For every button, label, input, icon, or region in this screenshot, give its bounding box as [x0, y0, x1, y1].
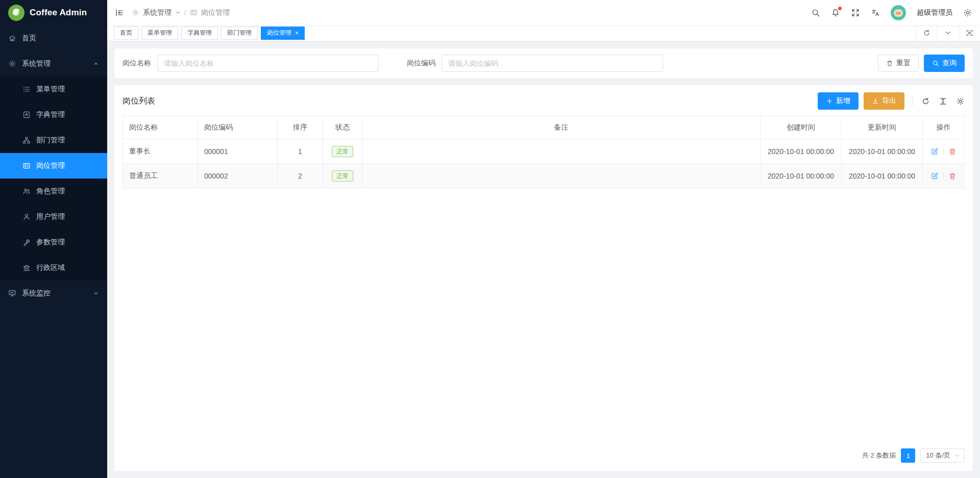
sidebar-item-label: 部门管理	[36, 136, 65, 145]
plus-icon	[826, 97, 833, 105]
sidebar-group-system[interactable]: 系统管理	[0, 51, 107, 77]
add-button[interactable]: 新增	[818, 92, 859, 110]
tab-label: 字典管理	[187, 29, 212, 37]
dictionary-icon	[22, 111, 31, 119]
sidebar-item-label: 首页	[22, 34, 36, 43]
post-code-form-item: 岗位编码	[407, 55, 663, 72]
delete-trash-icon[interactable]	[948, 147, 957, 156]
column-header-created: 创建时间	[761, 116, 842, 139]
page-size-value: 10 条/页	[926, 451, 950, 460]
refresh-icon[interactable]	[921, 97, 930, 106]
translate-icon[interactable]	[871, 8, 880, 17]
column-header-actions: 操作	[923, 116, 965, 139]
refresh-tab-button[interactable]	[916, 25, 937, 41]
post-name-input[interactable]	[157, 55, 379, 72]
page-size-select[interactable]: 10 条/页	[920, 448, 965, 463]
sidebar-item-label: 用户管理	[36, 212, 65, 221]
delete-trash-icon[interactable]	[948, 172, 957, 180]
breadcrumb-level1[interactable]: 系统管理	[143, 8, 172, 17]
export-button[interactable]: 导出	[864, 92, 904, 110]
collapse-sidebar-icon[interactable]	[115, 8, 124, 17]
tab-post-mgmt[interactable]: 岗位管理 ×	[261, 27, 305, 40]
sidebar-item-region[interactable]: 行政区域	[0, 255, 107, 281]
table-row: 普通员工 000002 2 正常 2020-10-01 00:00:00 202…	[123, 164, 965, 188]
column-header-remark: 备注	[362, 116, 761, 139]
post-code-label: 岗位编码	[407, 59, 435, 68]
user-icon	[22, 213, 31, 221]
sidebar-group-monitor[interactable]: 系统监控	[0, 281, 107, 306]
app-root: Coffee Admin 首页 系统管理 菜单管理 字典管理	[0, 0, 980, 478]
sidebar-item-param-mgmt[interactable]: 参数管理	[0, 230, 107, 255]
sidebar-item-dict-mgmt[interactable]: 字典管理	[0, 102, 107, 128]
pagination: 共 2 条数据 1 10 条/页	[122, 441, 965, 463]
column-header-sort: 排序	[278, 116, 323, 139]
cell-sort: 2	[278, 164, 323, 188]
chevron-up-icon	[93, 61, 99, 67]
sidebar-item-home[interactable]: 首页	[0, 26, 107, 51]
id-card-icon	[22, 162, 31, 170]
download-icon	[872, 97, 879, 105]
cell-status: 正常	[323, 139, 362, 164]
top-navbar: 系统管理 / 岗位管理 超级管理员	[107, 0, 980, 25]
chevron-down-icon	[954, 453, 960, 459]
tab-dict-mgmt[interactable]: 字典管理	[181, 27, 218, 40]
column-header-status: 状态	[323, 116, 362, 139]
main-area: 系统管理 / 岗位管理 超级管理员 首页 菜单	[107, 0, 980, 478]
chevron-down-icon	[93, 290, 99, 296]
tab-label: 首页	[120, 29, 132, 37]
card-title: 岗位列表	[122, 96, 155, 107]
query-button[interactable]: 查询	[924, 55, 965, 72]
edit-icon[interactable]	[930, 147, 939, 156]
tab-menu-mgmt[interactable]: 菜单管理	[141, 27, 178, 40]
app-logo-icon	[8, 5, 24, 21]
post-code-input[interactable]	[442, 55, 663, 72]
tab-home[interactable]: 首页	[114, 27, 138, 40]
cell-post-code: 000002	[198, 164, 278, 188]
status-badge: 正常	[332, 146, 353, 157]
query-button-label: 查询	[942, 59, 957, 68]
sidebar-item-label: 参数管理	[36, 238, 65, 247]
tab-label: 部门管理	[227, 29, 252, 37]
settings-gear-icon[interactable]	[963, 8, 972, 17]
page-number-button[interactable]: 1	[901, 448, 915, 463]
cell-actions	[923, 164, 965, 188]
sidebar-item-user-mgmt[interactable]: 用户管理	[0, 204, 107, 230]
column-settings-gear-icon[interactable]	[956, 97, 965, 106]
maximize-view-button[interactable]	[959, 25, 980, 41]
logo[interactable]: Coffee Admin	[0, 0, 107, 26]
add-button-label: 新增	[836, 96, 850, 106]
tabs-dropdown-button[interactable]	[937, 25, 959, 41]
reset-button-label: 重置	[896, 59, 911, 68]
card-toolbar: 新增 导出	[813, 92, 965, 110]
notification-badge	[838, 7, 842, 10]
fullscreen-icon[interactable]	[851, 8, 860, 17]
chevron-down-icon[interactable]	[175, 10, 181, 15]
pagination-total: 共 2 条数据	[862, 451, 896, 460]
trash-icon	[886, 60, 893, 67]
status-badge: 正常	[332, 170, 353, 182]
breadcrumb-separator: /	[184, 9, 186, 17]
search-icon[interactable]	[811, 8, 820, 17]
sidebar-item-label: 角色管理	[36, 187, 65, 196]
reset-button[interactable]: 重置	[878, 55, 919, 72]
sidebar-item-dept-mgmt[interactable]: 部门管理	[0, 128, 107, 153]
row-actions	[930, 172, 957, 180]
notification-bell[interactable]	[831, 8, 840, 17]
table-row: 董事长 000001 1 正常 2020-10-01 00:00:00 2020…	[123, 139, 965, 164]
username[interactable]: 超级管理员	[917, 8, 952, 17]
cell-sort: 1	[278, 139, 323, 164]
close-tab-icon[interactable]: ×	[295, 30, 299, 36]
row-density-icon[interactable]	[939, 97, 947, 106]
cell-actions	[923, 139, 965, 164]
edit-icon[interactable]	[930, 172, 939, 180]
column-header-updated: 更新时间	[842, 116, 923, 139]
cell-post-code: 000001	[198, 139, 278, 164]
sidebar-item-role-mgmt[interactable]: 角色管理	[0, 179, 107, 204]
sidebar-item-menu-mgmt[interactable]: 菜单管理	[0, 77, 107, 102]
avatar[interactable]	[891, 5, 906, 20]
tab-dept-mgmt[interactable]: 部门管理	[221, 27, 258, 40]
sidebar-group-label: 系统管理	[22, 59, 51, 68]
sidebar-item-label: 岗位管理	[36, 161, 65, 170]
tab-label: 菜单管理	[148, 29, 172, 37]
sidebar-item-post-mgmt[interactable]: 岗位管理	[0, 153, 107, 179]
